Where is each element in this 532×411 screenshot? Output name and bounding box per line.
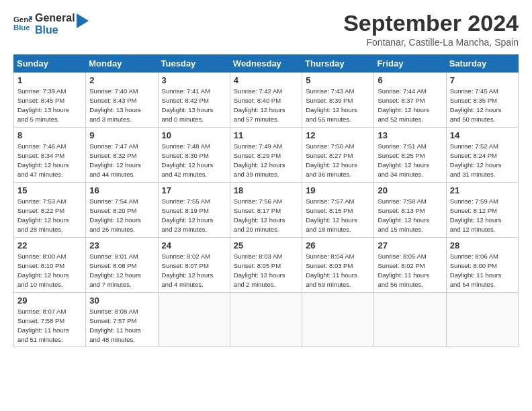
logo-blue: Blue: [35, 24, 75, 36]
day-info: Sunrise: 8:01 AM Sunset: 8:08 PM Dayligh…: [89, 252, 154, 289]
logo-icon: General Blue: [13, 14, 32, 33]
calendar-cell: [158, 293, 230, 347]
day-number: 27: [378, 240, 442, 250]
logo: General Blue General Blue: [13, 11, 89, 36]
calendar-cell: 16Sunrise: 7:54 AM Sunset: 8:20 PM Dayli…: [86, 183, 158, 238]
calendar-cell: 22Sunrise: 8:00 AM Sunset: 8:10 PM Dayli…: [14, 238, 86, 293]
weekday-header-row: SundayMondayTuesdayWednesdayThursdayFrid…: [14, 55, 519, 73]
calendar-cell: [446, 293, 518, 347]
calendar-cell: 21Sunrise: 7:59 AM Sunset: 8:12 PM Dayli…: [446, 183, 518, 238]
weekday-header-friday: Friday: [374, 55, 446, 73]
weekday-header-monday: Monday: [86, 55, 158, 73]
day-number: 3: [162, 75, 226, 85]
calendar-cell: 20Sunrise: 7:58 AM Sunset: 8:13 PM Dayli…: [374, 183, 446, 238]
logo-arrow-icon: [77, 13, 89, 28]
location: Fontanar, Castille-La Mancha, Spain: [343, 37, 519, 48]
day-number: 1: [17, 75, 82, 85]
day-number: 13: [378, 130, 442, 140]
calendar-cell: 23Sunrise: 8:01 AM Sunset: 8:08 PM Dayli…: [86, 238, 158, 293]
calendar-cell: 10Sunrise: 7:48 AM Sunset: 8:30 PM Dayli…: [158, 128, 230, 183]
calendar-cell: 5Sunrise: 7:43 AM Sunset: 8:39 PM Daylig…: [302, 73, 374, 128]
day-number: 16: [89, 185, 154, 195]
week-row-1: 1Sunrise: 7:39 AM Sunset: 8:45 PM Daylig…: [14, 73, 519, 128]
day-number: 29: [17, 295, 82, 306]
day-number: 19: [306, 185, 370, 195]
calendar-cell: 28Sunrise: 8:06 AM Sunset: 8:00 PM Dayli…: [446, 238, 518, 293]
day-info: Sunrise: 8:03 AM Sunset: 8:05 PM Dayligh…: [234, 252, 298, 289]
calendar-cell: 1Sunrise: 7:39 AM Sunset: 8:45 PM Daylig…: [14, 73, 86, 128]
day-number: 6: [378, 75, 442, 85]
day-number: 20: [378, 185, 442, 195]
day-number: 26: [306, 240, 370, 250]
calendar-cell: 19Sunrise: 7:57 AM Sunset: 8:15 PM Dayli…: [302, 183, 374, 238]
calendar-cell: 3Sunrise: 7:41 AM Sunset: 8:42 PM Daylig…: [158, 73, 230, 128]
calendar-cell: 24Sunrise: 8:02 AM Sunset: 8:07 PM Dayli…: [158, 238, 230, 293]
calendar-cell: 18Sunrise: 7:56 AM Sunset: 8:17 PM Dayli…: [230, 183, 302, 238]
day-info: Sunrise: 7:57 AM Sunset: 8:15 PM Dayligh…: [306, 197, 370, 234]
day-number: 17: [162, 185, 226, 195]
weekday-header-thursday: Thursday: [302, 55, 374, 73]
svg-marker-4: [77, 13, 89, 28]
day-info: Sunrise: 7:47 AM Sunset: 8:32 PM Dayligh…: [89, 142, 154, 179]
calendar-cell: 29Sunrise: 8:07 AM Sunset: 7:58 PM Dayli…: [14, 293, 86, 347]
day-number: 25: [234, 240, 298, 250]
week-row-3: 15Sunrise: 7:53 AM Sunset: 8:22 PM Dayli…: [14, 183, 519, 238]
day-info: Sunrise: 7:50 AM Sunset: 8:27 PM Dayligh…: [306, 142, 370, 179]
day-number: 15: [17, 185, 82, 195]
day-info: Sunrise: 7:43 AM Sunset: 8:39 PM Dayligh…: [306, 87, 370, 124]
day-number: 21: [450, 185, 515, 195]
calendar-cell: 4Sunrise: 7:42 AM Sunset: 8:40 PM Daylig…: [230, 73, 302, 128]
weekday-header-sunday: Sunday: [14, 55, 86, 73]
calendar-cell: [374, 293, 446, 347]
calendar-cell: 25Sunrise: 8:03 AM Sunset: 8:05 PM Dayli…: [230, 238, 302, 293]
day-info: Sunrise: 7:55 AM Sunset: 8:19 PM Dayligh…: [162, 197, 226, 234]
day-info: Sunrise: 7:46 AM Sunset: 8:34 PM Dayligh…: [17, 142, 82, 179]
day-info: Sunrise: 7:48 AM Sunset: 8:30 PM Dayligh…: [162, 142, 226, 179]
calendar-cell: 13Sunrise: 7:51 AM Sunset: 8:25 PM Dayli…: [374, 128, 446, 183]
day-number: 11: [234, 130, 298, 140]
calendar: SundayMondayTuesdayWednesdayThursdayFrid…: [13, 54, 519, 347]
calendar-cell: 14Sunrise: 7:52 AM Sunset: 8:24 PM Dayli…: [446, 128, 518, 183]
day-number: 8: [17, 130, 82, 140]
day-info: Sunrise: 8:02 AM Sunset: 8:07 PM Dayligh…: [162, 252, 226, 289]
calendar-cell: [230, 293, 302, 347]
day-info: Sunrise: 7:39 AM Sunset: 8:45 PM Dayligh…: [17, 87, 82, 124]
day-info: Sunrise: 8:04 AM Sunset: 8:03 PM Dayligh…: [306, 252, 370, 289]
day-number: 9: [89, 130, 154, 140]
month-title: September 2024: [343, 11, 519, 36]
week-row-4: 22Sunrise: 8:00 AM Sunset: 8:10 PM Dayli…: [14, 238, 519, 293]
day-number: 23: [89, 240, 154, 250]
calendar-cell: 9Sunrise: 7:47 AM Sunset: 8:32 PM Daylig…: [86, 128, 158, 183]
day-number: 5: [306, 75, 370, 85]
day-number: 22: [17, 240, 82, 250]
day-info: Sunrise: 7:51 AM Sunset: 8:25 PM Dayligh…: [378, 142, 442, 179]
calendar-cell: 8Sunrise: 7:46 AM Sunset: 8:34 PM Daylig…: [14, 128, 86, 183]
day-info: Sunrise: 7:41 AM Sunset: 8:42 PM Dayligh…: [162, 87, 226, 124]
calendar-cell: 6Sunrise: 7:44 AM Sunset: 8:37 PM Daylig…: [374, 73, 446, 128]
calendar-cell: 30Sunrise: 8:08 AM Sunset: 7:57 PM Dayli…: [86, 293, 158, 347]
day-info: Sunrise: 7:59 AM Sunset: 8:12 PM Dayligh…: [450, 197, 515, 234]
logo-general: General: [35, 12, 75, 24]
day-info: Sunrise: 7:42 AM Sunset: 8:40 PM Dayligh…: [234, 87, 298, 124]
weekday-header-wednesday: Wednesday: [230, 55, 302, 73]
title-block: September 2024 Fontanar, Castille-La Man…: [343, 11, 519, 48]
calendar-cell: [302, 293, 374, 347]
day-info: Sunrise: 7:44 AM Sunset: 8:37 PM Dayligh…: [378, 87, 442, 124]
weekday-header-tuesday: Tuesday: [158, 55, 230, 73]
week-row-2: 8Sunrise: 7:46 AM Sunset: 8:34 PM Daylig…: [14, 128, 519, 183]
day-number: 4: [234, 75, 298, 85]
day-number: 10: [162, 130, 226, 140]
day-info: Sunrise: 7:56 AM Sunset: 8:17 PM Dayligh…: [234, 197, 298, 234]
calendar-cell: 11Sunrise: 7:49 AM Sunset: 8:29 PM Dayli…: [230, 128, 302, 183]
day-number: 24: [162, 240, 226, 250]
calendar-cell: 7Sunrise: 7:45 AM Sunset: 8:35 PM Daylig…: [446, 73, 518, 128]
day-info: Sunrise: 8:07 AM Sunset: 7:58 PM Dayligh…: [17, 307, 82, 344]
day-info: Sunrise: 8:08 AM Sunset: 7:57 PM Dayligh…: [89, 307, 154, 344]
day-info: Sunrise: 8:06 AM Sunset: 8:00 PM Dayligh…: [450, 252, 515, 289]
calendar-cell: 17Sunrise: 7:55 AM Sunset: 8:19 PM Dayli…: [158, 183, 230, 238]
calendar-cell: 15Sunrise: 7:53 AM Sunset: 8:22 PM Dayli…: [14, 183, 86, 238]
day-number: 28: [450, 240, 515, 250]
calendar-cell: 27Sunrise: 8:05 AM Sunset: 8:02 PM Dayli…: [374, 238, 446, 293]
day-number: 7: [450, 75, 515, 85]
day-number: 2: [89, 75, 154, 85]
